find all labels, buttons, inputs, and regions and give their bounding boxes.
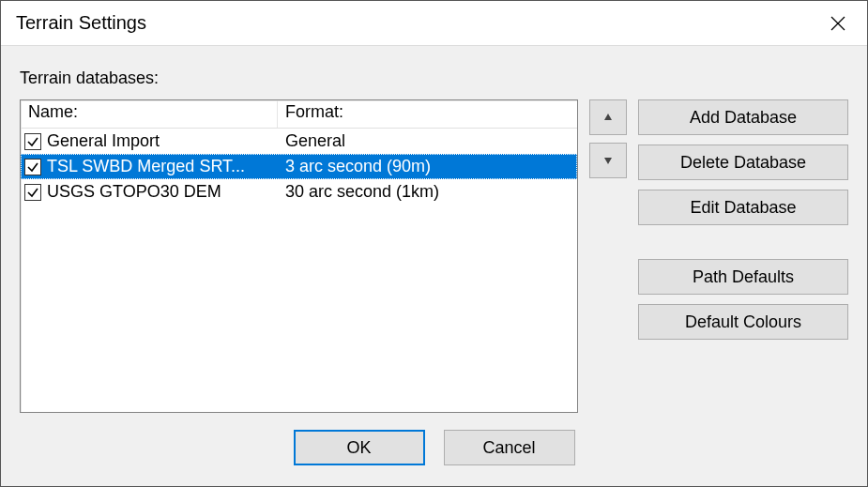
ok-button[interactable]: OK xyxy=(294,430,425,465)
row-name-text: General Import xyxy=(47,131,160,151)
reorder-buttons xyxy=(589,99,627,413)
list-header: Name: Format: xyxy=(21,100,577,129)
close-icon xyxy=(830,16,845,31)
column-header-format[interactable]: Format: xyxy=(278,100,577,128)
svg-marker-3 xyxy=(604,158,612,164)
database-list[interactable]: Name: Format: General ImportGeneralTSL S… xyxy=(20,99,578,413)
cell-format: 3 arc second (90m) xyxy=(278,157,577,176)
close-button[interactable] xyxy=(816,2,860,45)
edit-database-button[interactable]: Edit Database xyxy=(638,190,848,225)
triangle-up-icon xyxy=(603,113,613,122)
table-row[interactable]: TSL SWBD Merged SRT...3 arc second (90m) xyxy=(21,154,577,179)
row-name-text: TSL SWBD Merged SRT... xyxy=(47,157,245,176)
dialog-body: Terrain databases: Name: Format: General… xyxy=(1,46,867,486)
triangle-down-icon xyxy=(603,156,613,165)
titlebar: Terrain Settings xyxy=(1,1,867,46)
delete-database-button[interactable]: Delete Database xyxy=(638,145,848,180)
bottom-buttons: OK Cancel xyxy=(20,430,848,469)
path-defaults-button[interactable]: Path Defaults xyxy=(638,259,848,295)
dialog-title: Terrain Settings xyxy=(16,12,816,34)
databases-label: Terrain databases: xyxy=(20,68,848,88)
column-header-name[interactable]: Name: xyxy=(21,100,278,128)
cell-name: TSL SWBD Merged SRT... xyxy=(21,157,278,176)
move-up-button[interactable] xyxy=(589,99,627,135)
dialog-window: Terrain Settings Terrain databases: Name… xyxy=(0,0,868,487)
side-buttons: Add Database Delete Database Edit Databa… xyxy=(638,99,848,413)
move-down-button[interactable] xyxy=(589,143,627,178)
row-name-text: USGS GTOPO30 DEM xyxy=(47,182,221,202)
default-colours-button[interactable]: Default Colours xyxy=(638,304,848,340)
row-checkbox[interactable] xyxy=(24,133,41,150)
table-row[interactable]: General ImportGeneral xyxy=(21,129,577,154)
spacer xyxy=(638,235,848,250)
row-checkbox[interactable] xyxy=(24,184,41,201)
svg-marker-2 xyxy=(604,114,612,120)
add-database-button[interactable]: Add Database xyxy=(638,99,848,135)
cell-format: 30 arc second (1km) xyxy=(278,182,577,202)
cell-name: USGS GTOPO30 DEM xyxy=(21,182,278,202)
cell-format: General xyxy=(278,131,577,151)
table-row[interactable]: USGS GTOPO30 DEM30 arc second (1km) xyxy=(21,179,577,205)
list-rows: General ImportGeneralTSL SWBD Merged SRT… xyxy=(21,129,577,412)
cancel-button[interactable]: Cancel xyxy=(444,430,575,465)
row-checkbox[interactable] xyxy=(24,159,41,175)
middle-area: Name: Format: General ImportGeneralTSL S… xyxy=(20,99,848,413)
cell-name: General Import xyxy=(21,131,278,151)
